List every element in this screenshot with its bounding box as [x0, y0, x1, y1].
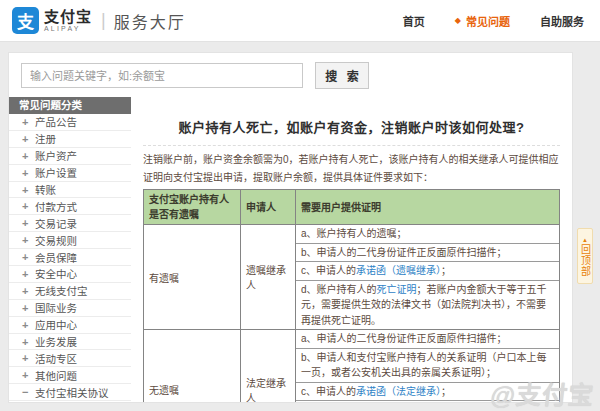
nav-item-label: 自助服务 [540, 13, 584, 29]
diamond-icon: ◆ [455, 16, 461, 25]
sidebar-item-注册[interactable]: +注册 [9, 131, 131, 148]
table-header-cell: 需要用户提供证明 [296, 190, 560, 225]
sidebar-item-付款方式[interactable]: +付款方式 [9, 198, 131, 215]
plus-icon: + [22, 251, 35, 263]
two-column-area: 常见问题分类 +产品公告+注册+账户资产+账户设置+转账+付款方式+交易记录+交… [9, 97, 572, 402]
search-input[interactable] [21, 63, 303, 88]
sidebar-item-其他问题[interactable]: +其他问题 [9, 367, 131, 384]
nav-item[interactable]: ◆常见问题 [455, 13, 510, 29]
brand-block: 支付宝 ALIPAY [44, 9, 92, 32]
site-name: 服务大厅 [114, 9, 186, 33]
requirement-link[interactable]: 死亡证明 [377, 284, 417, 295]
table-body: 有遗嘱遗嘱继承人a、账户持有人的遗嘱；b、申请人的二代身份证件正反面原件扫描件；… [144, 225, 560, 403]
sidebar-item-转账[interactable]: +转账 [9, 182, 131, 199]
requirement-text: d、账户持有人的 [301, 284, 377, 295]
sidebar-item-会员保障[interactable]: +会员保障 [9, 249, 131, 266]
sidebar-item-label: 应用中心 [35, 317, 77, 332]
plus-icon: + [22, 302, 35, 314]
requirements-table: 支付宝账户持有人是否有遗嘱申请人需要用户提供证明 有遗嘱遗嘱继承人a、账户持有人… [143, 189, 560, 402]
sidebar-list: +产品公告+注册+账户资产+账户设置+转账+付款方式+交易记录+交易规则+会员保… [9, 114, 131, 401]
sidebar-item-账户资产[interactable]: +账户资产 [9, 148, 131, 165]
requirement-text: b、申请人和支付宝账户持有人的关系证明（户口本上每一页，或者公安机关出具的亲属关… [301, 352, 547, 379]
requirement-item: c、申请人的承诺函（遗嘱继承）； [296, 262, 559, 281]
requirement-item: b、申请人的二代身份证件正反面原件扫描件； [296, 244, 559, 263]
sidebar-item-label: 注册 [35, 131, 56, 146]
requirement-text: ； [441, 386, 451, 397]
nav-item[interactable]: 首页 [403, 13, 425, 29]
requirements-cell: a、申请人的二代身份证件正反面原件扫描件；b、申请人和支付宝账户持有人的关系证明… [296, 330, 560, 403]
condition-cell: 有遗嘱 [144, 225, 241, 330]
nav-item-label: 首页 [403, 13, 425, 29]
sidebar-item-label: 无线支付宝 [35, 283, 88, 298]
sidebar-item-label: 交易规则 [35, 233, 77, 248]
applicant-cell: 遗嘱继承人 [241, 225, 296, 330]
sidebar-item-label: 其他问题 [35, 368, 77, 383]
applicant-cell: 法定继承人 [241, 330, 296, 403]
table-row: 无遗嘱法定继承人a、申请人的二代身份证件正反面原件扫描件；b、申请人和支付宝账户… [144, 330, 560, 403]
plus-icon: + [22, 268, 35, 280]
intro-paragraph: 注销账户前，账户资金余额需为0，若账户持有人死亡，该账户持有人的相关继承人可提供… [143, 151, 560, 186]
requirement-item: b、申请人和支付宝账户持有人的关系证明（户口本上每一页，或者公安机关出具的亲属关… [296, 349, 559, 383]
condition-cell: 无遗嘱 [144, 330, 241, 403]
requirement-link[interactable]: 承诺函（遗嘱继承） [356, 265, 441, 276]
logo-divider: | [101, 10, 106, 31]
table-header-row: 支付宝账户持有人是否有遗嘱申请人需要用户提供证明 [144, 190, 560, 225]
sidebar-item-label: 国际业务 [35, 300, 77, 315]
sidebar-item-label: 业务发展 [35, 334, 77, 349]
plus-icon: + [22, 285, 35, 297]
sidebar-item-业务发展[interactable]: +业务发展 [9, 334, 131, 351]
requirement-item: d、账户持有人的死亡证明；若账户内金额大于等于五千元，需要提供生效的法律文书（如… [296, 401, 559, 402]
sidebar-item-产品公告[interactable]: +产品公告 [9, 114, 131, 131]
sidebar-item-label: 付款方式 [35, 199, 77, 214]
sidebar-item-label: 产品公告 [35, 114, 77, 129]
plus-icon: + [22, 217, 35, 229]
sidebar-item-label: 支付宝相关协议 [35, 385, 109, 400]
table-header-cell: 支付宝账户持有人是否有遗嘱 [144, 190, 241, 225]
requirement-text: a、账户持有人的遗嘱； [301, 228, 407, 239]
requirement-item: a、申请人的二代身份证件正反面原件扫描件； [296, 330, 559, 349]
top-header: 支 支付宝 ALIPAY | 服务大厅 首页◆常见问题自助服务 [0, 0, 600, 42]
sidebar-item-label: 账户设置 [35, 165, 77, 180]
requirement-link[interactable]: 承诺函（法定继承） [356, 386, 441, 397]
sidebar-item-label: 活动专区 [35, 351, 77, 366]
sidebar-item-label: 安全中心 [35, 266, 77, 281]
plus-icon: + [22, 150, 35, 162]
nav-item[interactable]: 自助服务 [540, 13, 584, 29]
sidebar-item-支付宝相关协议[interactable]: −支付宝相关协议 [9, 384, 131, 401]
plus-icon: + [22, 116, 35, 128]
sidebar-item-国际业务[interactable]: +国际业务 [9, 300, 131, 317]
requirements-cell: a、账户持有人的遗嘱；b、申请人的二代身份证件正反面原件扫描件；c、申请人的承诺… [296, 225, 560, 330]
requirement-text: c、申请人的 [301, 265, 356, 276]
sidebar: 常见问题分类 +产品公告+注册+账户资产+账户设置+转账+付款方式+交易记录+交… [9, 97, 131, 402]
plus-icon: + [22, 167, 35, 179]
brand-name: 支付宝 [44, 9, 92, 24]
back-to-top-button[interactable]: ▲ 回顶部 [577, 228, 593, 284]
sidebar-item-交易规则[interactable]: +交易规则 [9, 232, 131, 249]
alipay-logo-icon: 支 [12, 7, 39, 34]
sidebar-item-活动专区[interactable]: +活动专区 [9, 350, 131, 367]
main-nav: 首页◆常见问题自助服务 [403, 13, 588, 29]
nav-item-label: 常见问题 [466, 13, 510, 29]
alipay-logo[interactable]: 支 支付宝 ALIPAY | 服务大厅 [12, 7, 186, 34]
sidebar-item-应用中心[interactable]: +应用中心 [9, 317, 131, 334]
sidebar-item-账户设置[interactable]: +账户设置 [9, 165, 131, 182]
plus-icon: + [22, 352, 35, 364]
plus-icon: + [22, 336, 35, 348]
plus-icon: + [22, 133, 35, 145]
sidebar-item-安全中心[interactable]: +安全中心 [9, 266, 131, 283]
page-title: 账户持有人死亡，如账户有资金，注销账户时该如何处理? [143, 117, 560, 136]
sidebar-item-label: 账户资产 [35, 148, 77, 163]
sidebar-item-交易记录[interactable]: +交易记录 [9, 215, 131, 232]
plus-icon: + [22, 184, 35, 196]
sidebar-item-无线支付宝[interactable]: +无线支付宝 [9, 283, 131, 300]
sidebar-item-label: 转账 [35, 182, 56, 197]
brand-name-en: ALIPAY [44, 25, 92, 32]
requirement-item: c、申请人的承诺函（法定继承）； [296, 383, 559, 402]
plus-icon: + [22, 200, 35, 212]
main-container: 搜 索 常见问题分类 +产品公告+注册+账户资产+账户设置+转账+付款方式+交易… [8, 52, 573, 403]
plus-icon: + [22, 234, 35, 246]
plus-icon: + [22, 319, 35, 331]
search-section: 搜 索 [9, 53, 572, 97]
content-area: 账户持有人死亡，如账户有资金，注销账户时该如何处理? 注销账户前，账户资金余额需… [131, 97, 572, 402]
search-button[interactable]: 搜 索 [315, 62, 369, 89]
